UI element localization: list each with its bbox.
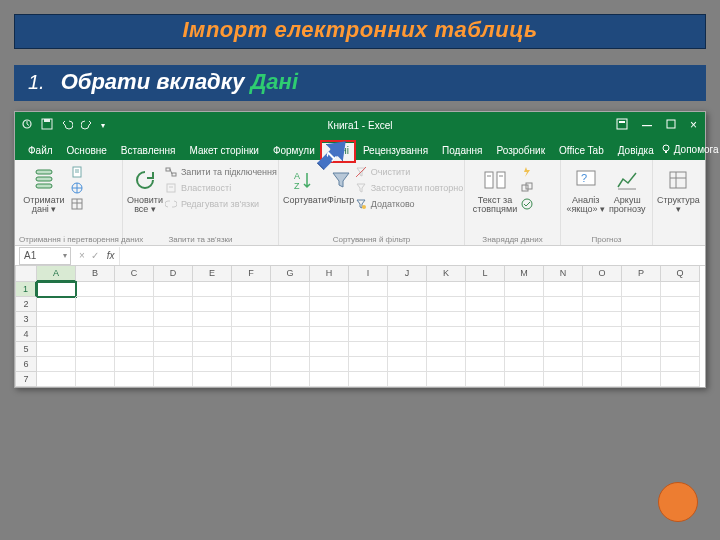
- name-box[interactable]: A1 ▾: [19, 247, 71, 265]
- formula-input[interactable]: [119, 247, 705, 265]
- cell[interactable]: [388, 372, 427, 387]
- cell[interactable]: [271, 327, 310, 342]
- close-icon[interactable]: ×: [690, 118, 697, 132]
- cell[interactable]: [271, 357, 310, 372]
- cell[interactable]: [583, 282, 622, 297]
- cell[interactable]: [193, 357, 232, 372]
- cell[interactable]: [661, 357, 700, 372]
- select-all-corner[interactable]: [15, 266, 37, 282]
- cell[interactable]: [544, 312, 583, 327]
- cell[interactable]: [76, 327, 115, 342]
- cell[interactable]: [544, 327, 583, 342]
- tab-file[interactable]: Файл: [21, 143, 60, 160]
- cell[interactable]: [505, 357, 544, 372]
- properties-button[interactable]: Властивості: [165, 182, 277, 194]
- row-header[interactable]: 6: [15, 357, 37, 372]
- cell[interactable]: [76, 357, 115, 372]
- cell[interactable]: [544, 357, 583, 372]
- cell[interactable]: [583, 342, 622, 357]
- tab-home[interactable]: Основне: [60, 143, 114, 160]
- cell[interactable]: [505, 297, 544, 312]
- col-header[interactable]: A: [37, 266, 76, 282]
- reapply-filter-button[interactable]: Застосувати повторно: [355, 182, 464, 194]
- tab-insert[interactable]: Вставлення: [114, 143, 183, 160]
- cell[interactable]: [583, 357, 622, 372]
- queries-connections-button[interactable]: Запити та підключення: [165, 166, 277, 178]
- cell[interactable]: [466, 297, 505, 312]
- cell[interactable]: [115, 342, 154, 357]
- minimize-icon[interactable]: —: [642, 120, 652, 131]
- from-web-button[interactable]: [71, 182, 83, 194]
- col-header[interactable]: E: [193, 266, 232, 282]
- col-header[interactable]: I: [349, 266, 388, 282]
- from-table-button[interactable]: [71, 198, 83, 210]
- cell[interactable]: [622, 357, 661, 372]
- cell[interactable]: [154, 327, 193, 342]
- cell[interactable]: [76, 342, 115, 357]
- row-header[interactable]: 2: [15, 297, 37, 312]
- cell[interactable]: [505, 342, 544, 357]
- cell[interactable]: [271, 312, 310, 327]
- cell[interactable]: [466, 357, 505, 372]
- cell[interactable]: [154, 342, 193, 357]
- spreadsheet-grid[interactable]: ABCDEFGHIJKLMNOPQ1234567: [15, 266, 705, 387]
- cell[interactable]: [115, 297, 154, 312]
- cell[interactable]: [154, 372, 193, 387]
- col-header[interactable]: L: [466, 266, 505, 282]
- chevron-down-icon[interactable]: ▾: [63, 251, 67, 260]
- cell[interactable]: [310, 327, 349, 342]
- cell[interactable]: [37, 297, 76, 312]
- cell[interactable]: [583, 372, 622, 387]
- cell[interactable]: [349, 372, 388, 387]
- tab-help[interactable]: Довідка: [611, 143, 661, 160]
- cell[interactable]: [466, 327, 505, 342]
- cell[interactable]: [76, 372, 115, 387]
- cell[interactable]: [661, 372, 700, 387]
- cell[interactable]: [466, 282, 505, 297]
- cell[interactable]: [388, 342, 427, 357]
- col-header[interactable]: K: [427, 266, 466, 282]
- cell[interactable]: [427, 342, 466, 357]
- cell[interactable]: [661, 327, 700, 342]
- cell[interactable]: [37, 372, 76, 387]
- remove-dup-button[interactable]: [521, 182, 533, 194]
- row-header[interactable]: 7: [15, 372, 37, 387]
- save-icon[interactable]: [41, 118, 53, 132]
- cell[interactable]: [76, 282, 115, 297]
- tab-layout[interactable]: Макет сторінки: [183, 143, 266, 160]
- cell[interactable]: [232, 282, 271, 297]
- cell[interactable]: [583, 327, 622, 342]
- col-header[interactable]: C: [115, 266, 154, 282]
- cell[interactable]: [544, 372, 583, 387]
- cell[interactable]: [154, 297, 193, 312]
- edit-links-button[interactable]: Редагувати зв'язки: [165, 198, 277, 210]
- cell[interactable]: [661, 282, 700, 297]
- cell[interactable]: [193, 297, 232, 312]
- cell[interactable]: [232, 312, 271, 327]
- cell[interactable]: [115, 327, 154, 342]
- cell[interactable]: [622, 372, 661, 387]
- qat-more-icon[interactable]: ▾: [101, 121, 105, 130]
- cell[interactable]: [349, 357, 388, 372]
- col-header[interactable]: F: [232, 266, 271, 282]
- cell[interactable]: [271, 282, 310, 297]
- cell[interactable]: [232, 327, 271, 342]
- get-data-button[interactable]: Отримати дані ▾: [19, 164, 69, 215]
- cell[interactable]: [115, 282, 154, 297]
- cell[interactable]: [583, 297, 622, 312]
- cell[interactable]: [349, 282, 388, 297]
- cell[interactable]: [310, 297, 349, 312]
- cell[interactable]: [232, 297, 271, 312]
- col-header[interactable]: M: [505, 266, 544, 282]
- ribbon-options-icon[interactable]: [616, 118, 628, 132]
- forecast-sheet-button[interactable]: Аркуш прогнозу: [607, 164, 649, 215]
- tab-developer[interactable]: Розробник: [489, 143, 552, 160]
- col-header[interactable]: P: [622, 266, 661, 282]
- cell[interactable]: [37, 312, 76, 327]
- tab-officetab[interactable]: Office Tab: [552, 143, 611, 160]
- cell[interactable]: [466, 312, 505, 327]
- outline-button[interactable]: Структура ▾: [657, 164, 700, 215]
- cell[interactable]: [388, 327, 427, 342]
- cell[interactable]: [193, 312, 232, 327]
- cell[interactable]: [466, 372, 505, 387]
